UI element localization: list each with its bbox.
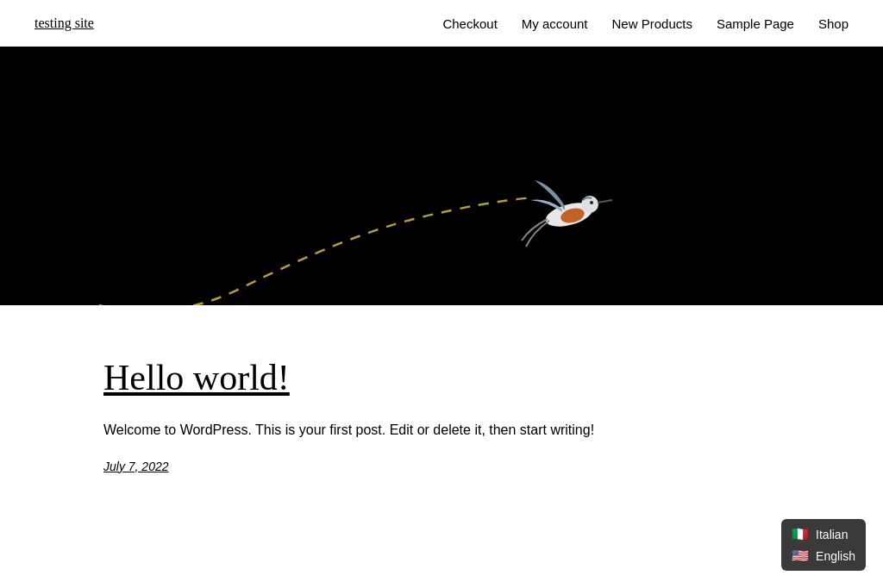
svg-point-4 bbox=[590, 201, 593, 204]
language-option-italian[interactable]: 🇮🇹Italian bbox=[792, 526, 855, 542]
nav-item-new-products[interactable]: New Products bbox=[612, 16, 692, 31]
site-title-link[interactable]: testing site bbox=[34, 16, 94, 30]
main-nav: CheckoutMy accountNew ProductsSample Pag… bbox=[442, 16, 849, 31]
language-switcher: 🇮🇹Italian🇺🇸English bbox=[781, 519, 866, 543]
hero-banner bbox=[0, 47, 883, 305]
site-title: testing site bbox=[34, 16, 94, 31]
nav-item-sample-page[interactable]: Sample Page bbox=[717, 16, 794, 31]
nav-item-checkout[interactable]: Checkout bbox=[442, 16, 497, 31]
post-excerpt: Welcome to WordPress. This is your first… bbox=[103, 419, 742, 441]
post-date: July 7, 2022 bbox=[103, 459, 742, 474]
language-label: Italian bbox=[816, 528, 848, 541]
svg-line-2 bbox=[598, 200, 612, 203]
post-title-link[interactable]: Hello world! bbox=[103, 358, 290, 397]
nav-item-my-account[interactable]: My account bbox=[522, 16, 588, 31]
site-header: testing site CheckoutMy accountNew Produ… bbox=[0, 0, 883, 47]
nav-item-shop[interactable]: Shop bbox=[818, 16, 849, 31]
flag-icon-italian: 🇮🇹 bbox=[792, 526, 809, 542]
hero-svg bbox=[0, 47, 883, 305]
main-content: Hello world! Welcome to WordPress. This … bbox=[0, 305, 776, 543]
post-date-link[interactable]: July 7, 2022 bbox=[103, 460, 169, 473]
post-title: Hello world! bbox=[103, 357, 742, 398]
